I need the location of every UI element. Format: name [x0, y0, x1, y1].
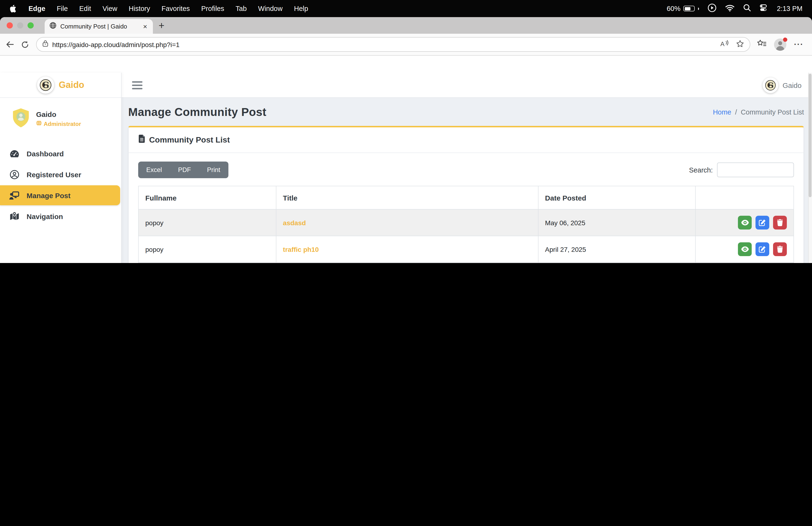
globe-icon — [49, 22, 57, 31]
menu-view[interactable]: View — [103, 5, 117, 12]
sidebar-item-dashboard[interactable]: Dashboard — [0, 143, 121, 164]
profile-avatar[interactable] — [774, 38, 786, 51]
dashboard-icon — [9, 149, 20, 158]
browser-tab[interactable]: Community Post | Gaido × — [45, 19, 153, 34]
sidebar-toggle-icon[interactable] — [132, 81, 143, 89]
battery-status: 60% — [667, 5, 699, 12]
menu-edge[interactable]: Edge — [29, 5, 45, 12]
manage-post-icon — [9, 191, 20, 200]
page-scrollbar[interactable] — [808, 73, 812, 263]
wifi-icon[interactable] — [725, 4, 735, 13]
brand-name: Gaido — [59, 80, 84, 90]
cell-fullname: MONTAÑEZ — [139, 262, 276, 263]
user-circle-icon — [9, 169, 20, 179]
post-title-link[interactable]: traffic ph10 — [283, 245, 319, 253]
sidebar-item-label: Registered User — [27, 170, 81, 179]
close-window-button[interactable] — [6, 22, 13, 29]
main-area: G Gaido Manage Community Post Home / Com… — [121, 73, 812, 263]
page-content: Manage Community Post Home / Community P… — [121, 98, 812, 263]
favorite-star-icon[interactable] — [736, 40, 744, 49]
globe-admin-icon — [36, 120, 42, 127]
macos-menu-bar: Edge File Edit View History Favorites Pr… — [0, 0, 812, 17]
apple-icon[interactable] — [10, 4, 16, 13]
menu-favorites[interactable]: Favorites — [161, 5, 190, 12]
notification-dot — [783, 37, 787, 42]
refresh-button[interactable] — [21, 40, 29, 49]
search-label: Search: — [689, 166, 713, 174]
page-title: Manage Community Post — [128, 105, 266, 119]
breadcrumb-home-link[interactable]: Home — [713, 108, 731, 116]
post-title-link[interactable]: asdasd — [283, 219, 306, 226]
lock-icon — [42, 40, 48, 49]
column-header-actions — [695, 186, 794, 209]
sidebar-item-label: Navigation — [27, 212, 63, 220]
export-button-group: Excel PDF Print — [138, 161, 228, 178]
user-role-badge: Administrator — [36, 120, 81, 127]
control-center-icon[interactable] — [760, 4, 768, 13]
cell-date: May 06, 2025 — [538, 209, 695, 236]
sidebar-item-navigation[interactable]: Navigation — [0, 206, 121, 226]
community-post-table: Fullname Title Date Posted popoy — [138, 186, 794, 263]
breadcrumb: Home / Community Post List — [713, 108, 804, 116]
breadcrumb-current: Community Post List — [741, 108, 804, 116]
edit-button[interactable] — [755, 216, 769, 229]
url-input[interactable] — [52, 41, 716, 48]
table-tools: Excel PDF Print Search: — [138, 161, 794, 178]
menu-file[interactable]: File — [57, 5, 68, 12]
menu-history[interactable]: History — [129, 5, 150, 12]
table-row: popoy asdasd May 06, 2025 — [139, 209, 794, 236]
topbar-brand-label: Gaido — [783, 81, 801, 89]
table-row: MONTAÑEZ Aguy April 13, 2025 — [139, 262, 794, 263]
column-header-title[interactable]: Title — [276, 186, 538, 209]
community-post-card: Community Post List Excel PDF Print — [128, 126, 804, 263]
address-bar[interactable]: A — [36, 37, 750, 52]
sidebar-item-label: Dashboard — [27, 150, 64, 157]
menu-profiles[interactable]: Profiles — [201, 5, 224, 12]
play-icon[interactable] — [708, 3, 716, 14]
card-title: Community Post List — [149, 135, 230, 145]
browser-toolbar: A ··· — [0, 34, 812, 56]
excel-button[interactable]: Excel — [138, 161, 170, 178]
document-icon — [138, 134, 145, 145]
menu-window[interactable]: Window — [258, 5, 282, 12]
sidebar-brand[interactable]: G Gaido — [0, 73, 121, 98]
delete-button[interactable] — [773, 216, 787, 229]
shield-avatar-icon — [11, 108, 30, 130]
column-header-date-posted[interactable]: Date Posted — [538, 186, 695, 209]
cell-date: April 13, 2025 — [538, 262, 695, 263]
tab-close-icon[interactable]: × — [142, 23, 148, 30]
sidebar-item-label: Manage Post — [27, 191, 71, 199]
print-button[interactable]: Print — [199, 161, 228, 178]
sidebar-item-registered-user[interactable]: Registered User — [0, 165, 121, 184]
favorites-list-icon[interactable] — [757, 40, 766, 49]
minimize-window-button[interactable] — [17, 22, 23, 29]
new-tab-button[interactable]: + — [159, 20, 164, 31]
sidebar-item-manage-post[interactable]: Manage Post — [0, 185, 120, 205]
menu-edit[interactable]: Edit — [79, 5, 91, 12]
zoom-window-button[interactable] — [28, 22, 34, 29]
menu-help[interactable]: Help — [294, 5, 308, 12]
view-button[interactable] — [738, 242, 752, 256]
search-input[interactable] — [717, 162, 794, 177]
spotlight-search-icon[interactable] — [743, 4, 751, 13]
menu-tab[interactable]: Tab — [235, 5, 247, 12]
gaido-logo-icon: G — [37, 76, 54, 94]
read-aloud-icon[interactable]: A — [720, 40, 729, 49]
breadcrumb-separator: / — [735, 108, 737, 116]
cell-fullname: popoy — [139, 236, 276, 262]
browser-menu-icon[interactable]: ··· — [794, 40, 803, 49]
cell-fullname: popoy — [139, 209, 276, 236]
column-header-fullname[interactable]: Fullname — [139, 186, 276, 209]
screen: Edge File Edit View History Favorites Pr… — [0, 0, 812, 263]
pdf-button[interactable]: PDF — [170, 161, 199, 178]
table-row: popoy traffic ph10 April 27, 2025 — [139, 236, 794, 262]
edit-button[interactable] — [755, 242, 769, 256]
back-button[interactable] — [6, 40, 14, 48]
delete-button[interactable] — [773, 242, 787, 256]
user-name: Gaido — [36, 110, 81, 118]
battery-icon — [683, 6, 695, 11]
sidebar-nav: Dashboard Registered User Manage Post — [0, 139, 121, 231]
view-button[interactable] — [738, 216, 752, 229]
topbar-account[interactable]: G Gaido — [763, 77, 801, 93]
scrollbar-thumb[interactable] — [809, 74, 812, 197]
